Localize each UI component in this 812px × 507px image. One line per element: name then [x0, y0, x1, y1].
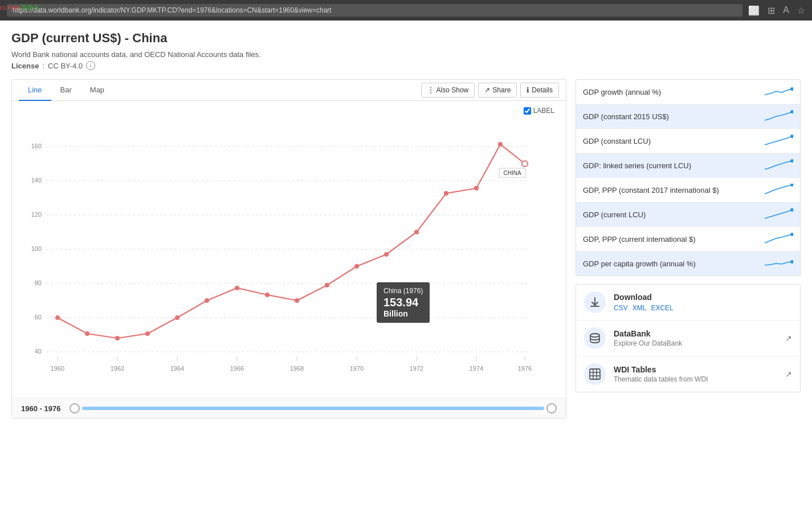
license-separator: :	[42, 62, 44, 70]
time-range-label: 1960 - 1976	[21, 404, 60, 413]
svg-text:60: 60	[35, 314, 42, 321]
action-info-databank: DataBank Explore Our DataBank	[614, 329, 777, 347]
databank-icon	[584, 327, 606, 349]
svg-point-36	[175, 315, 179, 320]
watermark: cc here西西河	[0, 3, 39, 12]
share-label: Share	[492, 86, 511, 94]
font-icon[interactable]: A	[783, 5, 789, 16]
svg-point-46	[474, 186, 479, 190]
wdi-sub: Thematic data tables from WDI	[614, 375, 777, 383]
main-layout: Line Bar Map ⋮ Also Show ↗ Share ℹ Deta	[11, 79, 801, 419]
details-button[interactable]: ℹ Details	[520, 83, 559, 98]
related-item-gdp-linked[interactable]: GDP: linked series (current LCU)	[576, 153, 800, 178]
svg-text:160: 160	[31, 143, 42, 149]
mini-chart-gdp-ppp-2017	[764, 184, 793, 196]
action-cards: Download CSV XML EXCEL	[576, 284, 801, 392]
related-item-gdp-current-lcu[interactable]: GDP (current LCU)	[576, 202, 800, 227]
svg-point-48	[522, 161, 528, 167]
related-item-gdp-lcu[interactable]: GDP (constant LCU)	[576, 129, 800, 153]
license-value: CC BY-4.0	[48, 62, 83, 70]
svg-point-55	[790, 184, 793, 186]
slider-track-container[interactable]	[70, 403, 557, 413]
download-icon	[584, 291, 606, 313]
page-content: GDP (current US$) - China World Bank nat…	[0, 21, 812, 424]
tab-map[interactable]: Map	[81, 80, 113, 101]
tab-line[interactable]: Line	[19, 80, 51, 101]
chart-panel: Line Bar Map ⋮ Also Show ↗ Share ℹ Deta	[11, 79, 566, 419]
svg-rect-60	[590, 369, 600, 379]
mini-chart-gdp-constant-2015	[764, 110, 793, 123]
related-item-label: GDP, PPP (constant 2017 international $)	[583, 186, 759, 194]
svg-point-44	[414, 230, 419, 234]
also-show-button[interactable]: ⋮ Also Show	[421, 83, 475, 98]
svg-point-51	[790, 87, 793, 91]
tab-icon[interactable]: ⬜	[748, 5, 760, 16]
svg-point-42	[354, 264, 359, 269]
svg-text:1964: 1964	[170, 365, 184, 372]
svg-point-33	[85, 331, 89, 336]
chart-area: LABEL 160 140 120 100 80 60 40	[12, 101, 566, 418]
url-bar[interactable]: https://data.worldbank.org/indicator/NY.…	[7, 4, 742, 17]
mini-chart-gdp-linked	[764, 159, 793, 172]
tab-bar[interactable]: Bar	[51, 80, 81, 101]
svg-point-43	[384, 252, 389, 257]
dots-icon: ⋮	[427, 86, 434, 94]
svg-text:1966: 1966	[230, 365, 244, 372]
related-item-gdp-ppp-2017[interactable]: GDP, PPP (constant 2017 international $)	[576, 178, 800, 202]
svg-text:1962: 1962	[111, 365, 124, 372]
svg-text:1970: 1970	[350, 365, 364, 372]
download-links: CSV XML EXCEL	[614, 304, 792, 312]
related-item-label: GDP (current LCU)	[583, 210, 759, 219]
svg-text:1972: 1972	[410, 365, 423, 372]
mini-chart-gdp-ppp-current	[764, 233, 793, 245]
related-item-gdp-per-capita-growth[interactable]: GDP per capita growth (annual %)	[576, 252, 800, 275]
svg-text:120: 120	[31, 211, 42, 218]
svg-point-40	[295, 298, 299, 303]
chart-svg-container: 160 140 120 100 80 60 40	[12, 117, 566, 398]
svg-point-53	[790, 135, 793, 138]
grid-icon[interactable]: ⊞	[768, 5, 775, 16]
excel-link[interactable]: EXCEL	[651, 304, 673, 312]
svg-point-56	[790, 208, 793, 212]
slider-left-handle[interactable]	[70, 403, 80, 413]
wdi-title: WDI Tables	[614, 365, 777, 374]
mini-chart-gdp-per-capita-growth	[764, 257, 793, 270]
action-card-wdi[interactable]: WDI Tables Thematic data tables from WDI…	[576, 356, 800, 392]
label-checkbox[interactable]: LABEL	[524, 107, 554, 115]
action-info-download: Download CSV XML EXCEL	[614, 293, 792, 312]
svg-text:1976: 1976	[518, 365, 532, 372]
share-icon: ↗	[484, 86, 490, 94]
info-circle-icon: ℹ	[527, 86, 529, 94]
xml-link[interactable]: XML	[633, 304, 647, 312]
related-item-label: GDP: linked series (current LCU)	[583, 161, 759, 170]
related-item-gdp-ppp-current[interactable]: GDP, PPP (current international $)	[576, 227, 800, 252]
svg-text:80: 80	[35, 279, 42, 286]
databank-title: DataBank	[614, 329, 777, 338]
databank-sub: Explore Our DataBank	[614, 339, 777, 347]
svg-point-39	[265, 293, 270, 297]
mini-chart-gdp-lcu	[764, 135, 793, 147]
slider-right-handle[interactable]	[546, 403, 557, 413]
svg-text:CHINA: CHINA	[503, 170, 521, 176]
svg-point-57	[790, 233, 793, 236]
related-item-gdp-growth[interactable]: GDP growth (annual %)	[576, 80, 800, 104]
time-slider-bar: 1960 - 1976	[12, 398, 566, 418]
label-toggle[interactable]	[524, 107, 531, 115]
also-show-label: Also Show	[436, 86, 469, 94]
svg-point-59	[590, 334, 599, 337]
chart-label-row: LABEL	[12, 107, 566, 115]
label-text: LABEL	[533, 107, 554, 115]
svg-point-37	[205, 298, 209, 303]
star-icon[interactable]: ☆	[797, 5, 805, 16]
related-indicators-list: GDP growth (annual %) GDP (constant 2015…	[576, 79, 801, 276]
related-item-gdp-constant-2015[interactable]: GDP (constant 2015 US$)	[576, 104, 800, 129]
external-link-icon: ↗	[785, 334, 792, 343]
action-card-databank[interactable]: DataBank Explore Our DataBank ↗	[576, 321, 800, 356]
info-icon[interactable]: i	[86, 61, 95, 70]
csv-link[interactable]: CSV	[614, 304, 628, 312]
slider-track[interactable]	[82, 407, 544, 410]
share-button[interactable]: ↗ Share	[478, 83, 517, 98]
action-card-download[interactable]: Download CSV XML EXCEL	[576, 285, 800, 321]
line-chart-svg: 160 140 120 100 80 60 40	[12, 117, 542, 396]
page-subtitle: World Bank national accounts data, and O…	[11, 50, 801, 59]
